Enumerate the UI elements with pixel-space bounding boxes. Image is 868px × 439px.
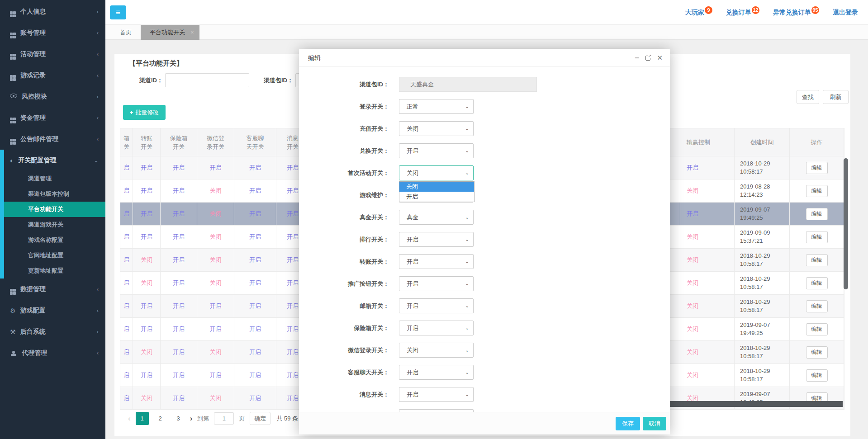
edit-button[interactable]: 编辑 xyxy=(806,208,828,220)
edit-button[interactable]: 编辑 xyxy=(806,300,828,312)
edit-button[interactable]: 编辑 xyxy=(806,254,828,266)
sidebar-item[interactable]: ⚒后台系统‹ xyxy=(0,321,105,342)
topbar: ≡ 大玩家9兑换订单12异常兑换订单95退出登录 xyxy=(105,0,868,25)
menu-toggle-button[interactable]: ≡ xyxy=(110,5,126,19)
sidebar-subitem[interactable]: 更新地址配置 xyxy=(0,263,105,279)
table-cell: 启 xyxy=(120,318,133,341)
table-cell: 关闭 xyxy=(133,272,161,295)
field-label: 推广按钮开关： xyxy=(299,276,389,291)
topbar-link[interactable]: 大玩家9 xyxy=(685,9,712,17)
edit-button[interactable]: 编辑 xyxy=(806,346,828,359)
table-header-cell: 操作 xyxy=(790,128,844,156)
table-cell: 启 xyxy=(120,341,133,364)
sidebar-item[interactable]: 资金管理‹ xyxy=(0,107,105,128)
field-select[interactable]: 开启⌄ xyxy=(399,365,474,380)
table-cell: 开启 xyxy=(161,226,197,249)
sidebar-subitem[interactable]: 渠道管理 xyxy=(0,171,105,186)
sidebar-subitem-active[interactable]: 平台功能开关 xyxy=(0,202,105,217)
edit-button[interactable]: 编辑 xyxy=(806,277,828,289)
field-select[interactable]: 正常⌄ xyxy=(399,99,474,114)
table-cell: 2019-08-2812:14:23 xyxy=(735,179,790,203)
field-select[interactable]: 开启⌄ xyxy=(399,276,474,291)
sidebar-item[interactable]: 账号管理‹ xyxy=(0,22,105,43)
select-value: 开启 xyxy=(407,387,418,401)
table-cell: 关闭 xyxy=(197,341,234,364)
field-select[interactable]: 开启⌄ xyxy=(399,143,474,158)
field-select[interactable]: 真金⌄ xyxy=(399,210,474,225)
edit-button[interactable]: 编辑 xyxy=(806,231,828,243)
field-select[interactable]: 开启⌄ xyxy=(399,254,474,269)
switch-state: 关闭 xyxy=(687,279,698,287)
table-cell: 编辑 xyxy=(790,272,844,295)
sidebar-group: ◐开关配置管理⌄渠道管理渠道包版本控制平台功能开关渠道游戏开关游戏名称配置官网地… xyxy=(0,150,105,279)
page-number[interactable]: 3 xyxy=(172,412,185,425)
table-cell: 启 xyxy=(120,364,133,387)
restore-icon[interactable] xyxy=(645,56,650,61)
switch-state: 启 xyxy=(123,187,129,195)
sidebar-subitem[interactable]: 渠道包版本控制 xyxy=(0,186,105,202)
sidebar-item[interactable]: ◐开关配置管理⌄ xyxy=(0,150,105,171)
edit-button[interactable]: 编辑 xyxy=(806,162,828,174)
header-line: 关 xyxy=(123,142,129,151)
vertical-scrollbar-thumb[interactable] xyxy=(844,158,848,289)
tab-close-icon[interactable]: × xyxy=(190,29,194,36)
channel-id-input[interactable] xyxy=(165,73,249,87)
field-select[interactable]: 开启⌄ xyxy=(399,387,474,402)
created-date: 2019-08-28 xyxy=(740,183,770,191)
dropdown-option-active[interactable]: 关闭 xyxy=(399,182,474,192)
sidebar-item[interactable]: 游戏记录‹ xyxy=(0,65,105,86)
field-select[interactable]: 开启⌄ xyxy=(399,321,474,335)
created-date: 2018-10-29 xyxy=(740,367,770,375)
page-number[interactable]: 2 xyxy=(154,412,167,425)
sidebar-item[interactable]: 风控模块‹ xyxy=(0,86,105,107)
field-select[interactable]: 开启⌄ xyxy=(399,232,474,247)
field-select[interactable]: 开启⌄ xyxy=(399,298,474,313)
tab-platform-switch[interactable]: 平台功能开关× xyxy=(141,25,199,40)
field-select[interactable]: 关闭⌄ xyxy=(399,121,474,136)
horizontal-scrollbar-thumb[interactable] xyxy=(670,401,843,407)
header-line: 开关 xyxy=(141,142,152,151)
table-cell: 启 xyxy=(120,179,133,203)
switch-state: 开启 xyxy=(141,210,152,218)
topbar-link[interactable]: 退出登录 xyxy=(833,9,858,17)
dropdown-option[interactable]: 开启 xyxy=(399,192,474,202)
confirm-page-button[interactable]: 确定 xyxy=(250,412,270,425)
close-icon[interactable]: ✕ xyxy=(657,54,663,62)
goto-page-input[interactable] xyxy=(214,412,234,425)
topbar-link[interactable]: 异常兑换订单95 xyxy=(773,9,819,17)
field-select[interactable]: 关闭⌄ xyxy=(399,343,474,358)
edit-button[interactable]: 编辑 xyxy=(806,369,828,382)
sidebar-subitem[interactable]: 渠道游戏开关 xyxy=(0,217,105,232)
table-cell: 关闭 xyxy=(680,249,735,272)
switch-state: 开启 xyxy=(210,164,222,172)
save-button[interactable]: 保存 xyxy=(616,417,640,430)
prev-page-icon[interactable]: ‹ xyxy=(128,414,131,423)
batch-edit-button[interactable]: +批量修改 xyxy=(123,105,166,120)
page-number-active[interactable]: 1 xyxy=(136,412,149,425)
minimize-icon[interactable]: − xyxy=(635,54,640,62)
tab-home[interactable]: 首页 xyxy=(111,25,141,40)
table-cell: 关闭 xyxy=(197,249,234,272)
sidebar-subitem[interactable]: 官网地址配置 xyxy=(0,248,105,263)
modal-field: 充值开关：关闭⌄ xyxy=(299,121,670,136)
sidebar-item[interactable]: ⚙游戏配置‹ xyxy=(0,300,105,321)
topbar-link[interactable]: 兑换订单12 xyxy=(726,9,759,17)
switch-state: 开启 xyxy=(287,210,299,218)
sidebar-item[interactable]: 公告邮件管理‹ xyxy=(0,128,105,150)
sidebar-item[interactable]: 活动管理‹ xyxy=(0,43,105,65)
field-select[interactable]: 关闭⌄ xyxy=(399,165,474,180)
modal-field: 兑换开关：开启⌄ xyxy=(299,143,670,158)
edit-button[interactable]: 编辑 xyxy=(806,185,828,197)
find-button[interactable]: 查找 xyxy=(797,90,819,104)
edit-button[interactable]: 编辑 xyxy=(806,323,828,335)
sidebar-item[interactable]: 代理管理‹ xyxy=(0,342,105,363)
switch-state: 开启 xyxy=(287,256,299,264)
refresh-button[interactable]: 刷新 xyxy=(823,90,849,104)
select-arrow-icon: ⌄ xyxy=(465,232,469,246)
chevron-left-icon: ‹ xyxy=(97,321,99,342)
sidebar-subitem[interactable]: 游戏名称配置 xyxy=(0,232,105,248)
sidebar-item[interactable]: 数据管理‹ xyxy=(0,279,105,300)
sidebar-item[interactable]: 个人信息‹ xyxy=(0,1,105,22)
next-page-icon[interactable]: › xyxy=(190,414,193,423)
cancel-button[interactable]: 取消 xyxy=(643,417,666,430)
